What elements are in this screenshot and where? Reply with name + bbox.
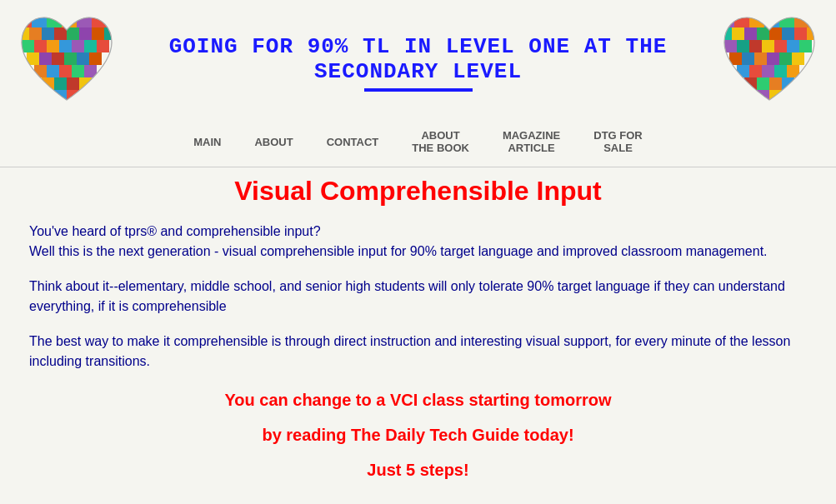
svg-rect-49 (757, 27, 769, 40)
svg-rect-9 (42, 27, 54, 40)
svg-rect-47 (732, 27, 744, 40)
svg-rect-35 (67, 77, 79, 90)
right-heart-logo (719, 12, 819, 112)
svg-rect-29 (47, 65, 59, 77)
svg-rect-54 (724, 40, 737, 52)
svg-rect-21 (97, 40, 109, 52)
header-title-area: GOING FOR 90% TL IN LEVEL ONE AT THE SEC… (117, 34, 719, 92)
svg-rect-31 (72, 65, 84, 77)
svg-rect-74 (769, 77, 782, 90)
svg-rect-58 (774, 40, 787, 52)
paragraph-1: You've heard of tprs® and comprehensible… (29, 222, 807, 262)
svg-rect-42 (764, 15, 779, 27)
svg-rect-70 (774, 65, 787, 77)
highlight-section: You can change to a VCI class starting t… (29, 387, 807, 483)
svg-rect-68 (749, 65, 762, 77)
svg-rect-41 (749, 15, 764, 27)
svg-rect-77 (769, 90, 784, 102)
svg-rect-28 (34, 65, 47, 77)
svg-rect-11 (67, 27, 79, 40)
svg-rect-56 (749, 40, 762, 52)
svg-rect-5 (92, 15, 107, 27)
svg-rect-23 (39, 52, 52, 65)
svg-rect-57 (762, 40, 774, 52)
svg-rect-52 (794, 27, 807, 40)
svg-rect-69 (762, 65, 774, 77)
svg-rect-33 (42, 77, 54, 90)
nav-contact[interactable]: CONTACT (327, 136, 379, 148)
paragraph-2-text: Think about it--elementary, middle schoo… (29, 277, 807, 317)
svg-rect-39 (719, 15, 734, 27)
nav-magazine-article[interactable]: MAGAZINEARTICLE (503, 129, 560, 154)
title-underline (364, 88, 473, 92)
svg-rect-0 (17, 15, 32, 27)
svg-rect-1 (32, 15, 47, 27)
paragraph-3: The best way to make it comprehensible i… (29, 332, 807, 372)
svg-rect-45 (809, 15, 819, 27)
main-title: GOING FOR 90% TL IN LEVEL ONE AT THE SEC… (125, 34, 711, 84)
nav-dtg-sale[interactable]: DTG FORSALE (593, 129, 643, 154)
svg-rect-72 (744, 77, 757, 90)
svg-rect-26 (77, 52, 89, 65)
svg-rect-20 (84, 40, 97, 52)
paragraph-2: Think about it--elementary, middle schoo… (29, 277, 807, 317)
highlight-line-2: by reading The Daily Tech Guide today! (29, 422, 807, 448)
svg-rect-17 (47, 40, 59, 52)
svg-rect-43 (779, 15, 794, 27)
svg-rect-40 (734, 15, 749, 27)
svg-rect-62 (742, 52, 754, 65)
svg-rect-4 (77, 15, 92, 27)
svg-rect-44 (794, 15, 809, 27)
svg-rect-10 (54, 27, 67, 40)
svg-rect-18 (59, 40, 72, 52)
svg-rect-51 (782, 27, 794, 40)
svg-rect-66 (792, 52, 804, 65)
page-header: GOING FOR 90% TL IN LEVEL ONE AT THE SEC… (0, 0, 836, 121)
svg-rect-75 (782, 77, 794, 90)
svg-rect-24 (52, 52, 64, 65)
svg-rect-63 (754, 52, 767, 65)
svg-rect-55 (737, 40, 749, 52)
svg-rect-38 (67, 90, 82, 102)
svg-rect-15 (22, 40, 34, 52)
nav-main[interactable]: MAIN (193, 136, 221, 148)
svg-rect-3 (62, 15, 77, 27)
left-heart-logo (17, 12, 117, 112)
svg-rect-19 (72, 40, 84, 52)
svg-rect-8 (29, 27, 42, 40)
svg-rect-60 (799, 40, 812, 52)
svg-rect-48 (744, 27, 757, 40)
paragraph-3-text: The best way to make it comprehensible i… (29, 332, 807, 372)
svg-rect-16 (34, 40, 47, 52)
highlight-line-3: Just 5 steps! (29, 457, 807, 483)
svg-rect-64 (767, 52, 779, 65)
svg-rect-34 (54, 77, 67, 90)
svg-rect-67 (737, 65, 749, 77)
svg-rect-50 (769, 27, 782, 40)
page-heading: Visual Comprehensible Input (29, 176, 807, 207)
svg-rect-25 (64, 52, 77, 65)
svg-rect-13 (92, 27, 104, 40)
svg-rect-36 (79, 77, 92, 90)
svg-rect-37 (52, 90, 67, 102)
svg-rect-12 (79, 27, 92, 40)
svg-rect-59 (787, 40, 799, 52)
svg-rect-65 (779, 52, 792, 65)
svg-rect-6 (107, 15, 117, 27)
svg-rect-30 (59, 65, 72, 77)
svg-rect-2 (47, 15, 62, 27)
svg-rect-73 (757, 77, 769, 90)
highlight-line-1: You can change to a VCI class starting t… (29, 387, 807, 413)
main-navigation: MAIN ABOUT CONTACT ABOUTTHE BOOK MAGAZIN… (0, 121, 836, 167)
svg-rect-76 (754, 90, 769, 102)
svg-rect-27 (89, 52, 102, 65)
nav-about-book[interactable]: ABOUTTHE BOOK (412, 129, 469, 154)
paragraph-1-text: You've heard of tprs® and comprehensible… (29, 222, 807, 262)
nav-about[interactable]: ABOUT (254, 136, 293, 148)
main-content: Visual Comprehensible Input You've heard… (0, 167, 836, 500)
